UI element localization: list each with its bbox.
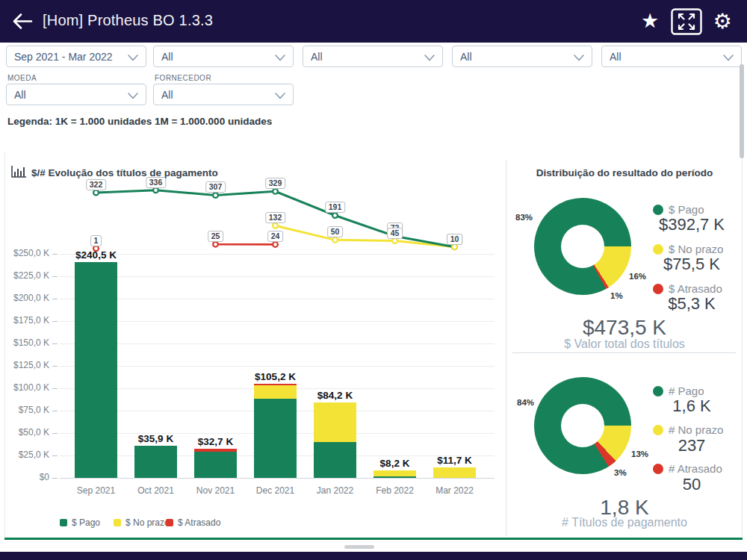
bar-total-label: $240,5 K (61, 249, 132, 261)
filter-dropdown-row1-0[interactable]: Sep 2021 - Mar 2022 (6, 46, 146, 67)
dropdown-value: All (161, 51, 173, 63)
legend-swatch-red (166, 519, 173, 526)
bar-total-label: $105,2 K (240, 371, 311, 382)
horizontal-scrollbar-thumb[interactable] (344, 545, 374, 549)
filter-label-fornecedor: FORNECEDOR (155, 74, 211, 82)
fullscreen-icon[interactable] (670, 8, 703, 35)
y-axis-tick-mark (52, 321, 58, 322)
donut-legend-value: 50 (644, 475, 740, 494)
page-title: [Hom] Protheus BO 1.3.3 (43, 12, 213, 29)
legend-label: $ Atrasado (178, 517, 220, 528)
y-axis-tick-label: $0 (0, 472, 49, 482)
donut-legend-value: 237 (644, 436, 740, 455)
line-value-label: 132 (265, 212, 286, 223)
x-axis-label: Feb 2022 (365, 485, 425, 496)
bar-segment-yellow (433, 467, 476, 478)
filter-dropdown-row1-1[interactable]: All (153, 46, 294, 67)
gridline (60, 276, 495, 277)
y-axis-tick-mark (52, 411, 58, 411)
x-axis-line (60, 478, 495, 479)
y-axis-tick-label: $50,0 K (0, 427, 49, 438)
panel-vertical-divider (506, 160, 506, 535)
pct-label: 83% (515, 213, 533, 222)
filter-dropdown-row1-3[interactable]: All (452, 46, 592, 67)
dropdown-value: All (14, 89, 26, 101)
line-value-label: 1 (90, 235, 102, 246)
legend-item-pago: $ Pago (60, 517, 100, 528)
donut-legend-value: 1,6 K (644, 396, 740, 416)
donut-legend-dot-green (653, 205, 663, 215)
y-axis-tick-label: $200,0 K (0, 293, 49, 303)
bar-segment-red (254, 384, 297, 385)
y-axis-tick-label: $150,0 K (0, 337, 49, 348)
line-value-label: 307 (205, 181, 226, 193)
distribution-title: Distribuição do resultado do período (512, 167, 737, 178)
donut-legend-value: $5,3 K (644, 294, 740, 314)
legend-label: $ No prazo (125, 517, 170, 528)
bar-total-label: $84,2 K (300, 390, 371, 401)
x-axis-label: Sep 2021 (66, 485, 126, 496)
y-axis-tick-label: $225,0 K (0, 270, 49, 281)
value-total: $473,5 K (512, 316, 737, 340)
app-header: [Hom] Protheus BO 1.3.3 ★ ⚙ (0, 0, 747, 43)
back-arrow-icon[interactable] (10, 11, 36, 32)
gridline (60, 299, 495, 299)
x-axis-label: Jan 2022 (306, 485, 365, 496)
line-value-label: 322 (86, 179, 107, 190)
legend-label: $ Pago (72, 517, 100, 528)
donut-legend-label: $ No prazo (669, 243, 723, 255)
dropdown-value: Sep 2021 - Mar 2022 (14, 51, 113, 63)
filter-dropdown-moeda[interactable]: All (6, 84, 146, 105)
evolution-chart-title: $/# Evolução dos títulos de pagamento (31, 167, 218, 178)
filter-dropdown-row1-4[interactable]: All (601, 46, 742, 67)
y-axis-tick-label: $175,0 K (0, 315, 49, 326)
donut-hole (561, 225, 604, 268)
bar-segment-green (374, 476, 416, 478)
bar-segment-yellow (374, 470, 416, 476)
count-distribution-donut (534, 377, 631, 474)
value-distribution-donut (534, 198, 631, 295)
dropdown-value: All (610, 51, 622, 63)
right-panel-divider (512, 352, 736, 353)
y-axis-tick-label: $75,0 K (0, 405, 49, 415)
line-value-label: 50 (327, 226, 344, 237)
filter-dropdown-fornecedor[interactable]: All (153, 84, 294, 105)
y-axis-tick-label: $100,0 K (0, 382, 49, 393)
filter-dropdown-row1-2[interactable]: All (303, 46, 443, 67)
vertical-scrollbar-thumb[interactable] (740, 64, 744, 158)
y-axis-tick-mark (52, 343, 58, 344)
pct-label: 84% (517, 398, 534, 407)
donut-legend-label: # No prazo (669, 423, 723, 436)
settings-gear-icon[interactable]: ⚙ (708, 10, 737, 34)
line-value-label: 25 (208, 231, 224, 242)
filter-label-moeda: MOEDA (7, 74, 37, 82)
line-value-label: 191 (325, 202, 346, 213)
donut-legend-dot-red (653, 464, 663, 474)
donut-legend-dot-green (653, 386, 663, 396)
y-axis-tick-mark (52, 388, 58, 389)
donut-legend-dot-yellow (653, 425, 663, 435)
favorite-star-icon[interactable]: ★ (636, 10, 663, 32)
donut-legend-label: # Atrasado (669, 462, 722, 475)
donut-legend-label: $ Pago (669, 203, 704, 216)
bar-segment-red (194, 449, 237, 452)
bar-segment-green (75, 262, 117, 478)
line-value-label: 24 (267, 231, 284, 242)
y-axis-tick-mark (52, 366, 58, 367)
donut-legend-value: $392,7 K (644, 215, 740, 234)
donut-legend-label: $ Atrasado (669, 282, 722, 295)
units-legend-note: Legenda: 1K = 1.000 unidades 1M = 1.000.… (7, 116, 272, 127)
bar-segment-yellow (314, 402, 356, 442)
bar-total-label: $32,7 K (180, 436, 252, 447)
bar-segment-green (254, 399, 297, 478)
y-axis-tick-label: $125,0 K (0, 360, 49, 370)
line-value-label: 45 (387, 228, 403, 239)
pct-label: 1% (610, 291, 623, 300)
dropdown-value: All (460, 51, 472, 63)
y-axis-tick-label: $250,0 K (0, 248, 49, 258)
y-axis-tick-mark (52, 299, 58, 299)
legend-swatch-yellow (114, 519, 121, 526)
legend-swatch-green (60, 519, 67, 526)
donut-legend-value: $75,5 K (644, 255, 740, 274)
line-value-label: 329 (265, 178, 286, 189)
